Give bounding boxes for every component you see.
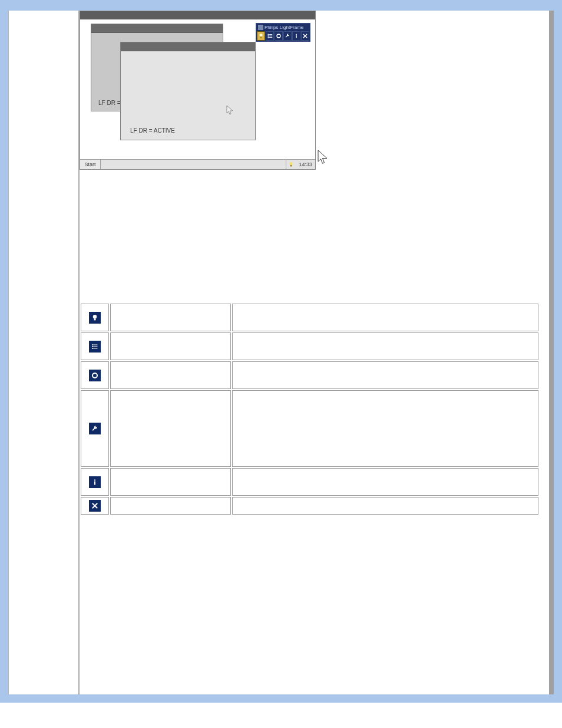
name-cell: [110, 304, 231, 331]
icon-cell: [81, 304, 109, 331]
lightframe-circle-button[interactable]: [275, 31, 283, 41]
svg-rect-19: [92, 348, 94, 349]
table-row: [81, 332, 538, 360]
desc-cell: [232, 361, 538, 389]
svg-rect-17: [92, 346, 94, 347]
svg-rect-16: [94, 344, 98, 345]
svg-rect-3: [269, 34, 272, 35]
svg-rect-18: [94, 346, 98, 347]
svg-rect-22: [94, 479, 95, 480]
table-row: [81, 468, 538, 496]
bulb-icon: [89, 312, 101, 324]
desc-cell: [232, 390, 538, 467]
name-cell: [110, 468, 231, 496]
svg-rect-7: [269, 37, 272, 38]
back-window-titlebar: [91, 24, 223, 33]
lightframe-bulb-button[interactable]: [257, 31, 265, 41]
list-icon: [89, 341, 101, 353]
screenshot-titlebar: [80, 11, 315, 19]
start-button-label: Start: [84, 162, 95, 167]
svg-point-13: [93, 315, 97, 318]
taskbar: Start 14:33: [80, 159, 315, 169]
close-icon: [89, 500, 101, 512]
svg-rect-20: [94, 348, 98, 348]
front-window-titlebar: [121, 42, 255, 51]
svg-point-21: [92, 373, 97, 378]
svg-rect-23: [94, 481, 95, 485]
svg-rect-2: [268, 34, 269, 35]
name-cell: [110, 390, 231, 467]
icon-cell: [81, 390, 109, 467]
name-cell: [110, 332, 231, 360]
svg-rect-15: [92, 344, 94, 345]
svg-point-11: [290, 162, 293, 165]
svg-rect-1: [260, 37, 262, 38]
front-window: LF DR = ACTIVE: [120, 42, 256, 140]
desc-cell: [232, 497, 538, 515]
svg-rect-12: [290, 165, 292, 167]
name-cell: [110, 361, 231, 389]
start-button[interactable]: Start: [80, 160, 101, 169]
svg-rect-10: [296, 35, 297, 38]
icon-cell: [81, 332, 109, 360]
icon-cell: [81, 361, 109, 389]
svg-rect-9: [296, 34, 297, 35]
circle-icon: [89, 370, 101, 381]
screenshot-desktop: Philips LightFrame: [80, 19, 315, 159]
front-window-text: LF DR = ACTIVE: [125, 125, 180, 136]
desc-cell: [232, 332, 538, 360]
buttons-table: [80, 302, 540, 516]
lightframe-buttons-row: [256, 31, 310, 41]
table-row: [81, 361, 538, 389]
embedded-screenshot: Philips LightFrame: [80, 11, 316, 170]
name-cell: [110, 497, 231, 515]
info-icon: [89, 476, 101, 488]
system-tray: 14:33: [286, 160, 315, 169]
svg-point-8: [277, 34, 280, 38]
lightframe-info-button[interactable]: [292, 31, 300, 41]
lightframe-close-button[interactable]: [301, 31, 309, 41]
table-row: [81, 390, 538, 467]
content-column: Philips LightFrame: [78, 11, 549, 694]
wrench-icon: [89, 423, 101, 434]
table-row: [81, 497, 538, 515]
lightframe-logo-icon: [258, 25, 263, 30]
lightframe-title: Philips LightFrame: [256, 24, 310, 31]
desc-cell: [232, 304, 538, 331]
lightframe-list-button[interactable]: [266, 31, 274, 41]
lightframe-title-text: Philips LightFrame: [265, 25, 303, 30]
desc-cell: [232, 468, 538, 496]
clock: 14:33: [297, 162, 314, 167]
svg-rect-6: [268, 37, 269, 38]
icon-cell: [81, 497, 109, 515]
page-background: Philips LightFrame: [0, 0, 562, 703]
icon-cell: [81, 468, 109, 496]
lightframe-toolbar[interactable]: Philips LightFrame: [256, 23, 310, 42]
svg-rect-5: [269, 36, 272, 37]
lightframe-wrench-button[interactable]: [283, 31, 292, 41]
svg-rect-4: [268, 35, 269, 37]
table-row: [81, 304, 538, 331]
svg-rect-14: [94, 318, 96, 320]
tray-bulb-icon[interactable]: [287, 161, 295, 168]
document-page: Philips LightFrame: [8, 11, 554, 694]
inner-cursor-icon: [226, 105, 234, 117]
cursor-icon: [317, 149, 329, 167]
svg-point-0: [259, 34, 262, 37]
